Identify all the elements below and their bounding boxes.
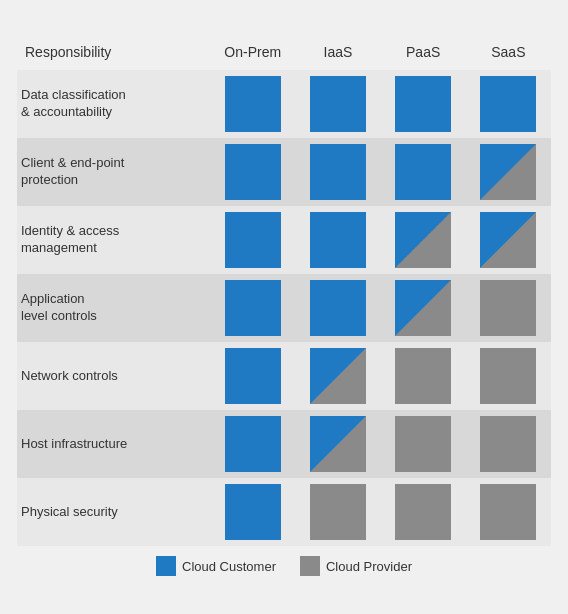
cell-iaas [295,478,380,546]
row-label: Identity & access management [17,206,210,274]
cell-inner-onprem [225,484,281,540]
cell-saas [466,274,551,342]
header-saas: SaaS [466,38,551,70]
shape-saas [480,348,536,404]
cell-onprem [210,206,295,274]
shape-iaas [310,484,366,540]
shape-onprem [225,484,281,540]
cell-paas [381,478,466,546]
table-row: Client & end-point protection [17,138,551,206]
legend-provider-box [300,556,320,576]
legend-customer-label: Cloud Customer [182,559,276,574]
shape-paas [395,76,451,132]
cell-inner-saas [480,416,536,472]
legend-customer: Cloud Customer [156,556,276,576]
row-label: Network controls [17,342,210,410]
cell-inner-saas [480,144,536,200]
cell-onprem [210,138,295,206]
cell-saas [466,478,551,546]
shape-saas [480,144,536,200]
cell-saas [466,410,551,478]
shape-iaas [310,348,366,404]
cell-inner-paas [395,484,451,540]
cell-inner-onprem [225,144,281,200]
shape-saas [480,76,536,132]
cell-iaas [295,410,380,478]
cell-inner-onprem [225,212,281,268]
row-label: Application level controls [17,274,210,342]
cell-inner-iaas [310,76,366,132]
legend-provider-label: Cloud Provider [326,559,412,574]
shape-paas [395,212,451,268]
shape-paas [395,144,451,200]
shape-onprem [225,348,281,404]
cell-paas [381,342,466,410]
shape-onprem [225,76,281,132]
header-paas: PaaS [381,38,466,70]
cell-inner-iaas [310,280,366,336]
cell-saas [466,206,551,274]
shape-paas [395,280,451,336]
cell-inner-onprem [225,348,281,404]
shape-iaas [310,76,366,132]
cell-inner-saas [480,348,536,404]
legend-customer-box [156,556,176,576]
cell-saas [466,70,551,138]
table-row: Data classification & accountability [17,70,551,138]
cell-inner-onprem [225,76,281,132]
cell-saas [466,138,551,206]
cell-onprem [210,410,295,478]
cell-inner-saas [480,212,536,268]
cell-inner-paas [395,144,451,200]
row-label: Client & end-point protection [17,138,210,206]
legend-provider: Cloud Provider [300,556,412,576]
cell-inner-iaas [310,416,366,472]
cell-iaas [295,274,380,342]
table-row: Host infrastructure [17,410,551,478]
cell-paas [381,70,466,138]
cell-iaas [295,138,380,206]
table-row: Application level controls [17,274,551,342]
shape-paas [395,416,451,472]
shape-iaas [310,280,366,336]
table-row: Identity & access management [17,206,551,274]
cell-onprem [210,70,295,138]
cell-iaas [295,70,380,138]
row-label: Physical security [17,478,210,546]
cell-onprem [210,478,295,546]
cell-inner-paas [395,280,451,336]
table-row: Physical security [17,478,551,546]
shape-saas [480,212,536,268]
cell-inner-onprem [225,280,281,336]
cell-inner-iaas [310,348,366,404]
shape-saas [480,484,536,540]
cell-inner-onprem [225,416,281,472]
cell-inner-paas [395,348,451,404]
cell-paas [381,274,466,342]
cell-inner-saas [480,280,536,336]
cell-paas [381,206,466,274]
shape-iaas [310,144,366,200]
cell-onprem [210,274,295,342]
shape-iaas [310,212,366,268]
cell-inner-paas [395,76,451,132]
header-iaas: IaaS [295,38,380,70]
cell-paas [381,410,466,478]
row-label: Data classification & accountability [17,70,210,138]
responsibility-table: Responsibility On-Prem IaaS PaaS SaaS Da… [17,38,551,546]
cell-inner-saas [480,76,536,132]
shape-saas [480,416,536,472]
cell-inner-iaas [310,484,366,540]
shape-iaas [310,416,366,472]
table-header: Responsibility On-Prem IaaS PaaS SaaS [17,38,551,70]
table-row: Network controls [17,342,551,410]
cell-inner-saas [480,484,536,540]
shape-paas [395,348,451,404]
shape-onprem [225,280,281,336]
shape-onprem [225,416,281,472]
legend: Cloud Customer Cloud Provider [17,556,551,576]
main-container: Responsibility On-Prem IaaS PaaS SaaS Da… [9,30,559,584]
cell-inner-paas [395,416,451,472]
header-onprem: On-Prem [210,38,295,70]
cell-onprem [210,342,295,410]
